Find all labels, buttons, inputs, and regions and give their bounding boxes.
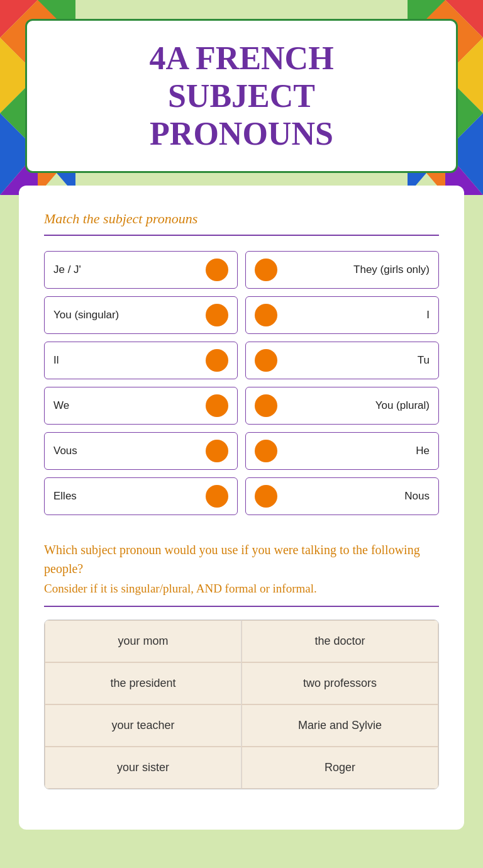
match-right-6[interactable]: Nous bbox=[245, 477, 439, 515]
match-right-4[interactable]: You (plural) bbox=[245, 387, 439, 425]
dot-left-6 bbox=[206, 485, 228, 508]
header-card: 4A FRENCH SUBJECT PRONOUNS bbox=[25, 19, 458, 173]
match-left-1[interactable]: Je / J' bbox=[44, 251, 238, 289]
dot-right-4 bbox=[255, 394, 277, 417]
dot-left-5 bbox=[206, 440, 228, 462]
pronoun-section: Which subject pronoun would you use if y… bbox=[44, 540, 439, 789]
question-text: Which subject pronoun would you use if y… bbox=[44, 540, 439, 578]
match-right-5[interactable]: He bbox=[245, 432, 439, 470]
dot-right-5 bbox=[255, 440, 277, 462]
dot-right-1 bbox=[255, 259, 277, 281]
dot-left-1 bbox=[206, 259, 228, 281]
people-cell-3-2[interactable]: Marie and Sylvie bbox=[242, 704, 438, 747]
people-cell-1-2[interactable]: the doctor bbox=[242, 620, 438, 662]
people-grid: your mom the doctor the president two pr… bbox=[44, 620, 439, 789]
match-left-5[interactable]: Vous bbox=[44, 432, 238, 470]
people-row-2: the president two professors bbox=[45, 662, 438, 704]
people-cell-3-1[interactable]: your teacher bbox=[45, 704, 242, 747]
dot-left-2 bbox=[206, 304, 228, 326]
dot-right-6 bbox=[255, 485, 277, 508]
people-row-1: your mom the doctor bbox=[45, 620, 438, 662]
match-section: Match the subject pronouns Je / J' They … bbox=[44, 211, 439, 515]
match-right-2[interactable]: I bbox=[245, 296, 439, 334]
people-cell-2-1[interactable]: the president bbox=[45, 662, 242, 704]
match-left-3[interactable]: Il bbox=[44, 342, 238, 379]
matching-grid: Je / J' They (girls only) You (singular)… bbox=[44, 251, 439, 515]
people-row-3: your teacher Marie and Sylvie bbox=[45, 704, 438, 747]
main-card: Match the subject pronouns Je / J' They … bbox=[19, 186, 464, 830]
dot-right-2 bbox=[255, 304, 277, 326]
dot-left-4 bbox=[206, 394, 228, 417]
people-cell-4-1[interactable]: your sister bbox=[45, 747, 242, 789]
page-title: 4A FRENCH SUBJECT PRONOUNS bbox=[40, 40, 443, 152]
people-cell-1-1[interactable]: your mom bbox=[45, 620, 242, 662]
match-right-1[interactable]: They (girls only) bbox=[245, 251, 439, 289]
match-left-2[interactable]: You (singular) bbox=[44, 296, 238, 334]
match-left-4[interactable]: We bbox=[44, 387, 238, 425]
match-left-6[interactable]: Elles bbox=[44, 477, 238, 515]
match-right-3[interactable]: Tu bbox=[245, 342, 439, 379]
consider-text: Consider if it is singular/plural, AND f… bbox=[44, 582, 439, 596]
dot-left-3 bbox=[206, 349, 228, 372]
dot-right-3 bbox=[255, 349, 277, 372]
people-row-4: your sister Roger bbox=[45, 747, 438, 789]
people-cell-2-2[interactable]: two professors bbox=[242, 662, 438, 704]
people-cell-4-2[interactable]: Roger bbox=[242, 747, 438, 789]
match-section-title: Match the subject pronouns bbox=[44, 211, 439, 227]
